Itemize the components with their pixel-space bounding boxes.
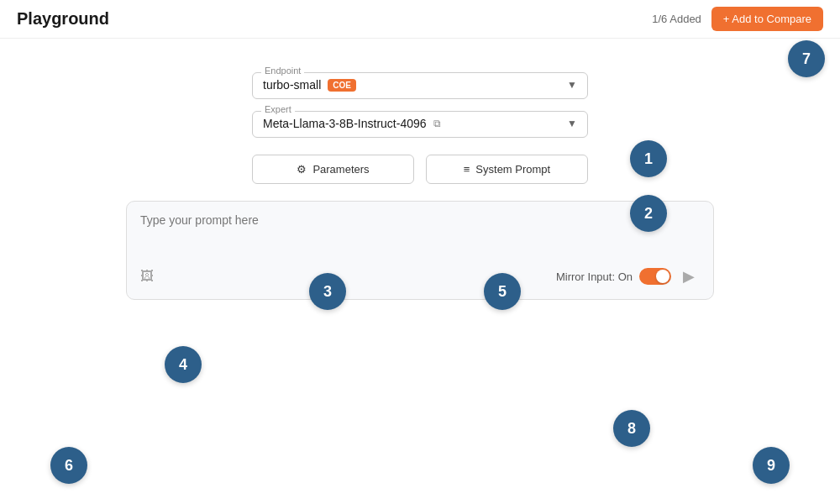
mirror-section: Mirror Input: On ▶ (556, 264, 700, 289)
expert-row: Meta-Llama-3-8B-Instruct-4096 ⧉ ▼ (263, 117, 577, 130)
expert-value: Meta-Llama-3-8B-Instruct-4096 ⧉ (263, 117, 441, 130)
mirror-label: Mirror Input: On (556, 270, 633, 283)
endpoint-text: turbo-small (263, 78, 321, 92)
send-button[interactable]: ▶ (678, 264, 700, 289)
endpoint-value: turbo-small COE (263, 78, 356, 92)
prompt-area: 🖼 Mirror Input: On ▶ (126, 201, 714, 300)
image-icon[interactable]: 🖼 (140, 269, 154, 284)
added-label: 1/6 Added (652, 13, 701, 25)
header-actions: 1/6 Added + Add to Compare (652, 7, 823, 31)
page-title: Playground (17, 9, 109, 29)
expert-label: Expert (261, 104, 295, 114)
mirror-toggle[interactable] (639, 268, 671, 285)
endpoint-row: turbo-small COE ▼ (263, 78, 577, 92)
toggle-knob (656, 270, 669, 283)
endpoint-label: Endpoint (261, 66, 304, 76)
form-section: Endpoint turbo-small COE ▼ Expert Meta-L… (252, 72, 588, 138)
circle-4: 4 (165, 346, 202, 383)
toggle-slider (639, 268, 671, 285)
copy-icon[interactable]: ⧉ (433, 118, 441, 129)
expert-field[interactable]: Expert Meta-Llama-3-8B-Instruct-4096 ⧉ ▼ (252, 111, 588, 138)
prompt-input[interactable] (140, 213, 700, 254)
parameters-button[interactable]: ⚙ Parameters (252, 155, 414, 184)
parameters-icon: ⚙ (297, 163, 307, 176)
add-to-compare-button[interactable]: + Add to Compare (711, 7, 823, 31)
circle-8: 8 (613, 410, 650, 447)
action-buttons-row: ⚙ Parameters ≡ System Prompt (252, 155, 588, 184)
main-content: Endpoint turbo-small COE ▼ Expert Meta-L… (0, 39, 840, 317)
header: Playground 1/6 Added + Add to Compare (0, 0, 840, 39)
expert-dropdown-icon: ▼ (567, 118, 577, 129)
circle-6: 6 (50, 447, 87, 484)
expert-text: Meta-Llama-3-8B-Instruct-4096 (263, 117, 427, 130)
system-prompt-button[interactable]: ≡ System Prompt (426, 155, 588, 184)
circle-9: 9 (753, 447, 790, 484)
system-prompt-label: System Prompt (475, 163, 550, 176)
prompt-footer: 🖼 Mirror Input: On ▶ (140, 264, 700, 289)
system-prompt-icon: ≡ (464, 163, 470, 176)
parameters-label: Parameters (312, 163, 369, 176)
coe-badge: COE (328, 79, 356, 92)
endpoint-field[interactable]: Endpoint turbo-small COE ▼ (252, 72, 588, 99)
endpoint-dropdown-icon: ▼ (567, 79, 577, 91)
